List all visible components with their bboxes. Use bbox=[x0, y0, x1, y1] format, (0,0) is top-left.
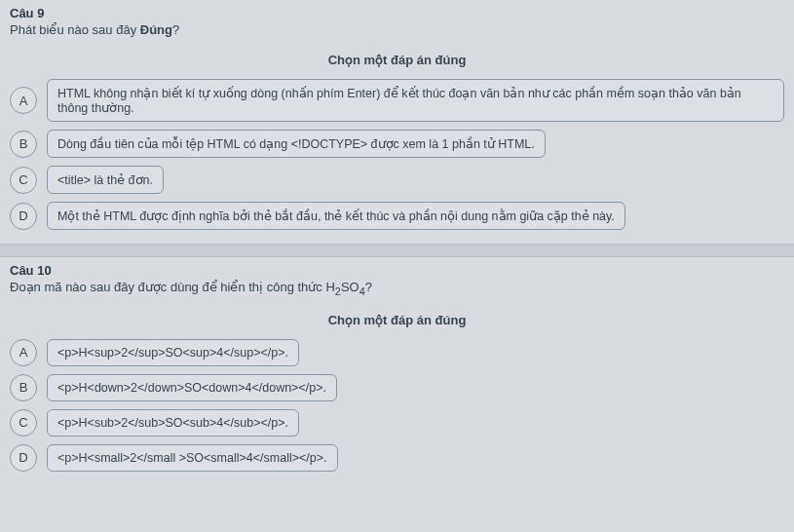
option-text-c[interactable]: <p>H<sub>2</sub>SO<sub>4</sub></p>. bbox=[47, 409, 299, 437]
option-text-a[interactable]: <p>H<sup>2</sup>SO<sup>4</sup></p>. bbox=[47, 339, 299, 366]
option-letter-b[interactable]: B bbox=[10, 131, 37, 158]
option-letter-c[interactable]: C bbox=[10, 409, 37, 437]
instruction-text: Chọn một đáp án đúng bbox=[10, 53, 784, 67]
options-list: A <p>H<sup>2</sup>SO<sup>4</sup></p>. B … bbox=[10, 339, 784, 472]
option-text-b[interactable]: Dòng đầu tiên của mỗi tệp HTML có dạng <… bbox=[47, 130, 546, 158]
option-text-d[interactable]: Một thẻ HTML được định nghĩa bởi thẻ bắt… bbox=[47, 202, 625, 230]
option-letter-d[interactable]: D bbox=[10, 203, 37, 230]
instruction-text: Chọn một đáp án đúng bbox=[10, 313, 784, 327]
option-letter-b[interactable]: B bbox=[10, 374, 37, 401]
question-block: Câu 9 Phát biểu nào sau đây Đúng? Chọn m… bbox=[0, 0, 794, 244]
question-header: Câu 9 Phát biểu nào sau đây Đúng? bbox=[10, 6, 784, 37]
question-number: Câu 9 bbox=[10, 6, 784, 20]
option-text-c[interactable]: <title> là thẻ đơn. bbox=[47, 166, 164, 194]
option-letter-c[interactable]: C bbox=[10, 167, 37, 194]
option-row: D <p>H<small>2</small >SO<small>4</small… bbox=[10, 444, 784, 472]
question-block: Câu 10 Đoạn mã nào sau đây được dùng để … bbox=[0, 257, 794, 485]
option-row: A HTML không nhận biết kí tự xuống dòng … bbox=[10, 79, 784, 122]
option-row: C <title> là thẻ đơn. bbox=[10, 166, 784, 194]
option-row: D Một thẻ HTML được định nghĩa bởi thẻ b… bbox=[10, 202, 784, 230]
option-letter-d[interactable]: D bbox=[10, 444, 37, 472]
option-text-a[interactable]: HTML không nhận biết kí tự xuống dòng (n… bbox=[47, 79, 784, 122]
option-row: B Dòng đầu tiên của mỗi tệp HTML có dạng… bbox=[10, 130, 784, 158]
question-prompt: Phát biểu nào sau đây Đúng? bbox=[10, 22, 784, 37]
option-letter-a[interactable]: A bbox=[10, 339, 37, 366]
options-list: A HTML không nhận biết kí tự xuống dòng … bbox=[10, 79, 784, 230]
question-number: Câu 10 bbox=[10, 263, 784, 278]
option-row: C <p>H<sub>2</sub>SO<sub>4</sub></p>. bbox=[10, 409, 784, 437]
option-row: A <p>H<sup>2</sup>SO<sup>4</sup></p>. bbox=[10, 339, 784, 366]
option-row: B <p>H<down>2</down>SO<down>4</down></p>… bbox=[10, 374, 784, 401]
question-divider bbox=[0, 244, 794, 257]
option-letter-a[interactable]: A bbox=[10, 87, 37, 114]
question-header: Câu 10 Đoạn mã nào sau đây được dùng để … bbox=[10, 263, 784, 297]
question-prompt: Đoạn mã nào sau đây được dùng để hiển th… bbox=[10, 280, 784, 297]
option-text-d[interactable]: <p>H<small>2</small >SO<small>4</small><… bbox=[47, 444, 338, 472]
option-text-b[interactable]: <p>H<down>2</down>SO<down>4</down></p>. bbox=[47, 374, 337, 401]
